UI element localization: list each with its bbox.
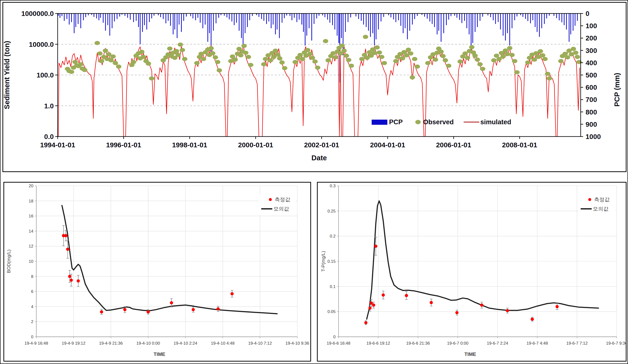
svg-text:19-6-7 4:48: 19-6-7 4:48 — [527, 341, 548, 346]
svg-text:측정값: 측정값 — [594, 197, 610, 202]
svg-text:20: 20 — [29, 183, 33, 188]
svg-text:2008-01-01: 2008-01-01 — [502, 141, 537, 149]
svg-text:1.0: 1.0 — [44, 102, 54, 110]
svg-text:1998-01-01: 1998-01-01 — [172, 141, 207, 149]
svg-text:PCP (mm): PCP (mm) — [613, 73, 621, 107]
svg-text:14: 14 — [29, 229, 33, 234]
svg-text:측정값: 측정값 — [275, 197, 290, 202]
tp-chart: 00.050.10.150.20.250.319-6-6 16:4819-6-6… — [317, 182, 627, 362]
svg-text:19-4-9 19:12: 19-4-9 19:12 — [62, 341, 85, 346]
svg-text:19-6-6 19:12: 19-6-6 19:12 — [367, 341, 390, 346]
svg-text:2000-01-01: 2000-01-01 — [238, 141, 273, 149]
svg-text:19-4-9 16:48: 19-4-9 16:48 — [24, 341, 48, 346]
svg-text:19-6-7 0:00: 19-6-7 0:00 — [447, 341, 469, 346]
svg-text:8: 8 — [31, 274, 33, 279]
svg-text:2: 2 — [31, 319, 33, 324]
svg-text:Sediment Yield (ton): Sediment Yield (ton) — [3, 41, 11, 109]
svg-text:TIME: TIME — [154, 352, 165, 357]
svg-text:0: 0 — [586, 10, 589, 17]
svg-text:19-4-10 4:48: 19-4-10 4:48 — [211, 341, 235, 346]
svg-text:1996-01-01: 1996-01-01 — [106, 141, 141, 149]
svg-text:4: 4 — [31, 304, 33, 309]
svg-text:0: 0 — [31, 335, 33, 339]
svg-text:12: 12 — [29, 244, 33, 248]
svg-text:2006-01-01: 2006-01-01 — [436, 141, 471, 149]
svg-text:0.3: 0.3 — [330, 183, 336, 188]
svg-text:10: 10 — [29, 259, 33, 264]
svg-text:16: 16 — [29, 214, 33, 218]
svg-text:TIME: TIME — [464, 352, 476, 357]
svg-text:19-4-9 21:36: 19-4-9 21:36 — [99, 341, 123, 346]
svg-text:19-6-6 16:48: 19-6-6 16:48 — [327, 341, 350, 346]
svg-text:19-6-7 9:36: 19-6-7 9:36 — [606, 341, 627, 346]
svg-text:19-6-7 2:24: 19-6-7 2:24 — [487, 341, 508, 346]
svg-text:600: 600 — [586, 84, 597, 91]
svg-text:1994-01-01: 1994-01-01 — [40, 141, 75, 149]
svg-text:2002-01-01: 2002-01-01 — [304, 141, 339, 149]
svg-text:19-4-10 7:12: 19-4-10 7:12 — [248, 341, 272, 346]
svg-text:19-4-10 0:00: 19-4-10 0:00 — [136, 341, 160, 346]
svg-text:2004-01-01: 2004-01-01 — [370, 141, 405, 149]
svg-text:900: 900 — [586, 121, 597, 128]
svg-text:BOD(mg/L): BOD(mg/L) — [6, 249, 11, 273]
svg-text:700: 700 — [586, 96, 597, 103]
svg-text:0.05: 0.05 — [327, 309, 336, 314]
svg-text:1000: 1000 — [586, 133, 601, 140]
svg-text:10000.0: 10000.0 — [29, 41, 54, 48]
svg-text:200: 200 — [586, 34, 597, 42]
svg-text:simulated: simulated — [480, 119, 511, 126]
svg-text:19-4-10 9:36: 19-4-10 9:36 — [286, 341, 309, 346]
svg-text:19-6-6 21:36: 19-6-6 21:36 — [406, 341, 430, 346]
svg-text:0.2: 0.2 — [330, 234, 336, 239]
svg-text:PCP: PCP — [389, 119, 403, 126]
svg-text:19-6-7 7:12: 19-6-7 7:12 — [566, 341, 588, 346]
svg-text:0.1: 0.1 — [330, 284, 336, 289]
svg-text:800: 800 — [586, 108, 597, 116]
svg-text:모의값: 모의값 — [593, 206, 608, 212]
svg-text:0.25: 0.25 — [327, 209, 336, 214]
svg-text:6: 6 — [31, 289, 33, 294]
svg-text:모의값: 모의값 — [274, 206, 289, 212]
svg-text:Observed: Observed — [423, 119, 454, 126]
svg-text:19-4-10 2:24: 19-4-10 2:24 — [174, 341, 197, 346]
svg-text:T-P(mg/L): T-P(mg/L) — [321, 251, 326, 272]
bod-chart: 0246810121416182019-4-9 16:4819-4-9 19:1… — [3, 182, 311, 362]
svg-text:500: 500 — [586, 71, 597, 79]
svg-text:0.0: 0.0 — [44, 133, 54, 140]
svg-text:0: 0 — [333, 335, 336, 339]
svg-text:400: 400 — [586, 59, 597, 67]
sediment-yield-chart: 1000000.010000.0100.01.00.00100200300400… — [2, 2, 627, 172]
svg-text:18: 18 — [29, 199, 33, 203]
svg-text:0.15: 0.15 — [327, 259, 336, 264]
svg-text:100: 100 — [586, 22, 597, 30]
svg-text:100.0: 100.0 — [37, 71, 54, 79]
svg-text:Date: Date — [312, 154, 327, 162]
svg-text:1000000.0: 1000000.0 — [21, 10, 54, 17]
figure-page: 1000000.010000.0100.01.00.00100200300400… — [0, 0, 628, 364]
svg-text:300: 300 — [586, 47, 597, 55]
